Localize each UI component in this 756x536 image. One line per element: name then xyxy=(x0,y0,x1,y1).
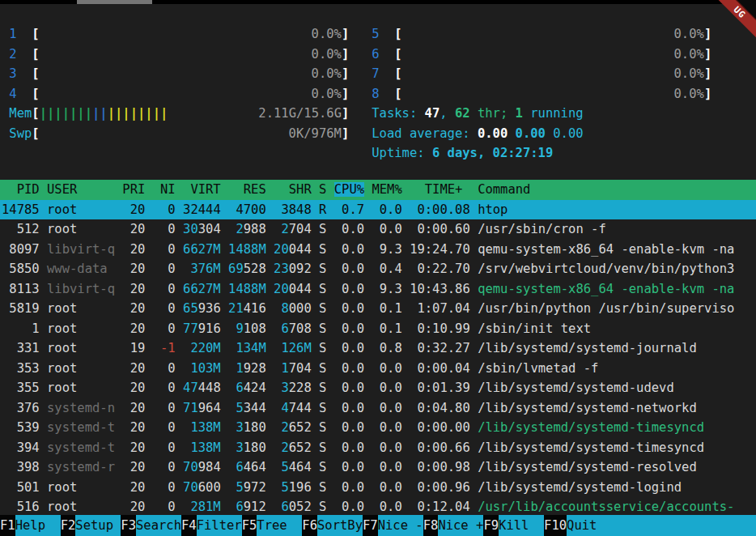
user-cell: systemd-n xyxy=(47,401,115,415)
nice-cell: 0 xyxy=(153,321,176,336)
process-row-5819[interactable]: 5819 root 20 0 65936 21416 8000 S 0.0 0.… xyxy=(2,299,756,319)
text-segment xyxy=(470,222,478,236)
text-segment xyxy=(221,420,228,435)
text-segment xyxy=(145,361,152,376)
fkey-f3[interactable]: F3Search xyxy=(121,515,181,536)
nice-cell: 0 xyxy=(153,262,176,276)
column-header-time[interactable]: TIME+ xyxy=(410,182,470,197)
fkey-f2[interactable]: F2Setup xyxy=(61,515,121,536)
fkey-f7[interactable]: F7Nice - xyxy=(363,515,423,536)
shr-cell: 708 xyxy=(289,321,312,336)
terminal: 1 [ 0.0%] 2 [ 0.0%] 3 [ 0.0%] 4 [ 0.0%] … xyxy=(0,4,756,536)
column-header-mem[interactable]: MEM% xyxy=(372,182,401,197)
text-segment xyxy=(40,282,47,296)
process-row-353[interactable]: 353 root 20 0 103M 1928 1704 S 0.0 0.0 0… xyxy=(2,359,756,379)
mem-percent-cell: 0.0 xyxy=(372,381,401,395)
column-header-virt[interactable]: VIRT xyxy=(183,182,221,197)
process-row-512[interactable]: 512 root 20 0 30304 2988 2704 S 0.0 0.0 … xyxy=(2,219,756,240)
cpu-percent-cell: 0.0 xyxy=(334,321,364,336)
priority-cell: 20 xyxy=(122,460,145,474)
process-row-14785[interactable]: 14785 root 20 0 32444 4700 3848 R 0.7 0.… xyxy=(0,200,756,220)
cpu-percent-cell: 0.0 xyxy=(334,301,364,316)
column-header-pri[interactable]: PRI xyxy=(122,182,145,197)
res-cell: 108 xyxy=(244,321,266,336)
fkey-label: Nice + xyxy=(438,515,483,536)
process-row-355[interactable]: 355 root 20 0 47448 6424 3228 S 0.0 0.0 … xyxy=(2,378,756,398)
res-cell: 3 xyxy=(228,440,244,455)
fkey-f6[interactable]: F6SortBy xyxy=(302,515,363,536)
fkey-f9[interactable]: F9Kill xyxy=(483,515,544,536)
shr-cell: 20 xyxy=(274,242,289,257)
text-segment xyxy=(326,381,333,395)
priority-cell: 19 xyxy=(122,341,145,355)
cpu-percent-cell: 0.7 xyxy=(334,202,364,217)
virt-cell: 448 xyxy=(198,381,221,395)
user-cell: libvirt-q xyxy=(47,242,115,257)
column-header-cpu[interactable]: CPU% xyxy=(334,182,364,197)
text-segment xyxy=(221,321,228,336)
virt-cell: 6627M xyxy=(183,242,221,257)
process-row-398[interactable]: 398 systemd-r 20 0 70984 6464 5464 S 0.0… xyxy=(2,457,756,478)
text-segment xyxy=(470,242,478,257)
cpu-meter-value: 0.0% xyxy=(40,27,342,41)
process-row-1[interactable]: 1 root 20 0 77916 9108 6708 S 0.0 0.1 0:… xyxy=(2,319,756,339)
column-header-shr[interactable]: SHR xyxy=(274,182,312,197)
process-row-5850[interactable]: 5850 www-data 20 0 376M 69528 23092 S 0.… xyxy=(2,259,756,279)
meter-bracket: [ xyxy=(394,66,401,81)
process-row-8097[interactable]: 8097 libvirt-q 20 0 6627M 1488M 20044 S … xyxy=(2,240,756,260)
meter-bracket: ] xyxy=(342,87,349,101)
shr-cell: 228 xyxy=(289,381,312,395)
time-cell: 0:00.98 xyxy=(410,460,470,474)
fkey-number: F8 xyxy=(423,515,439,536)
text-segment xyxy=(326,321,333,336)
memory-meter-label: Mem xyxy=(2,106,32,121)
user-cell: systemd-t xyxy=(47,420,115,435)
priority-cell: 20 xyxy=(122,222,145,236)
shr-cell: 5 xyxy=(274,480,289,495)
cpu-meter-number: 2 xyxy=(2,47,32,62)
time-cell: 0:22.70 xyxy=(410,262,470,276)
pid-cell: 5850 xyxy=(2,262,40,276)
column-header-user[interactable]: USER xyxy=(47,182,115,197)
nice-cell: 0 xyxy=(153,361,176,376)
process-row-376[interactable]: 376 systemd-n 20 0 71964 5344 4744 S 0.0… xyxy=(2,398,756,419)
fkey-f1[interactable]: F1Help xyxy=(0,515,61,536)
res-cell: 528 xyxy=(244,262,266,276)
priority-cell: 20 xyxy=(122,440,145,455)
text-segment xyxy=(326,361,333,376)
process-row-501[interactable]: 501 root 20 0 70600 5972 5196 S 0.0 0.0 … xyxy=(2,478,756,498)
mem-percent-cell: 0.1 xyxy=(372,301,401,316)
process-row-539[interactable]: 539 systemd-t 20 0 138M 3180 2652 S 0.0 … xyxy=(2,418,756,438)
column-header-ni[interactable]: NI xyxy=(153,182,176,197)
column-header-res[interactable]: RES xyxy=(228,182,266,197)
load-15min: 0.00 xyxy=(553,126,583,141)
cpu-meter-value: 0.0% xyxy=(40,47,342,62)
fkey-f10[interactable]: F10Quit xyxy=(544,515,756,536)
mem-percent-cell: 0.0 xyxy=(372,440,401,455)
fkey-f8[interactable]: F8Nice + xyxy=(423,515,484,536)
text-segment xyxy=(40,420,47,435)
mem-percent-cell: 9.3 xyxy=(372,242,401,257)
pid-cell: 355 xyxy=(2,381,40,395)
meter-bracket: [ xyxy=(32,47,39,62)
text-segment xyxy=(145,420,152,435)
res-cell: 928 xyxy=(244,361,266,376)
fkey-f4[interactable]: F4Filter xyxy=(181,515,242,536)
column-header-command[interactable]: Command xyxy=(478,182,530,197)
uptime-line: Uptime: 6 days, 02:27:19 xyxy=(372,143,711,164)
text-segment xyxy=(326,341,333,355)
text-segment xyxy=(470,321,478,336)
text-segment xyxy=(470,301,478,316)
text-segment xyxy=(470,500,478,514)
fkey-f5[interactable]: F5Tree xyxy=(242,515,303,536)
column-header-pid[interactable]: PID xyxy=(2,182,40,197)
process-row-394[interactable]: 394 systemd-t 20 0 138M 3180 2652 S 0.0 … xyxy=(2,438,756,458)
virt-cell: 30 xyxy=(183,222,198,236)
process-row-8113[interactable]: 8113 libvirt-q 20 0 6627M 1488M 20044 S … xyxy=(2,279,756,300)
text-segment xyxy=(176,202,183,217)
text-segment xyxy=(402,500,410,514)
text-segment xyxy=(312,500,319,514)
process-row-516[interactable]: 516 root 20 0 281M 6912 6052 S 0.0 0.0 0… xyxy=(2,497,756,517)
process-row-331[interactable]: 331 root 19 -1 220M 134M 126M S 0.0 0.8 … xyxy=(2,338,756,359)
cpu-percent-cell: 0.0 xyxy=(334,460,364,474)
